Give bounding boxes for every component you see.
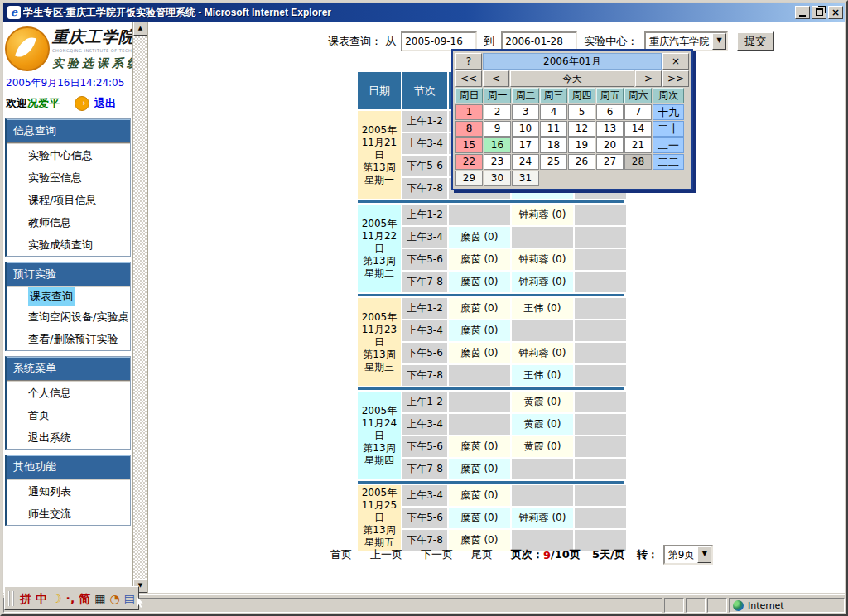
calendar-day[interactable]: 23: [484, 154, 511, 170]
page-next-link[interactable]: 下一页: [421, 547, 453, 562]
teacher-slot-cell[interactable]: 王伟 (0): [512, 365, 573, 386]
chevron-down-icon[interactable]: ▼: [712, 33, 726, 50]
teacher-slot-cell[interactable]: 糜茵 (0): [449, 343, 510, 363]
teacher-slot-cell[interactable]: 糜茵 (0): [449, 459, 510, 479]
calendar-day[interactable]: 26: [568, 154, 595, 170]
teacher-slot-cell[interactable]: 糜茵 (0): [449, 320, 510, 341]
ime-mode-chinese-icon[interactable]: 中: [36, 590, 47, 607]
weekday-header: 周五: [596, 88, 624, 103]
ime-brand-icon[interactable]: 拼: [20, 590, 31, 607]
calendar-day[interactable]: 12: [568, 121, 595, 137]
teacher-slot-cell[interactable]: 糜茵 (0): [449, 227, 510, 248]
sidebar-item[interactable]: 实验室信息: [7, 166, 130, 189]
ime-punctuation-icon[interactable]: ·,: [66, 590, 75, 607]
calendar-day[interactable]: 22: [455, 154, 483, 170]
page-jump-select[interactable]: 第9页 ▼: [663, 545, 714, 565]
sidebar-item[interactable]: 查询空闲设备/实验桌: [7, 306, 130, 328]
sidebar-item[interactable]: 课程/项目信息: [7, 189, 130, 211]
teacher-slot-cell[interactable]: 王伟 (0): [512, 298, 573, 319]
minimize-button[interactable]: [795, 6, 810, 19]
sidebar-item[interactable]: 实验成绩查询: [7, 233, 130, 256]
teacher-slot-cell[interactable]: 钟莉蓉 (0): [512, 272, 573, 292]
teacher-slot-cell[interactable]: 黄霞 (0): [512, 436, 573, 457]
teacher-slot-cell[interactable]: 糜茵 (0): [449, 436, 510, 457]
calendar-day[interactable]: 21: [624, 137, 652, 153]
week-number-label: 二十: [653, 121, 684, 137]
teacher-slot-cell[interactable]: 糜茵 (0): [449, 298, 510, 319]
prev-year-button[interactable]: <<: [455, 70, 482, 87]
teacher-slot-cell[interactable]: 黄霞 (0): [512, 392, 573, 412]
sidebar-scrollbar[interactable]: ▲ ▼: [132, 22, 147, 593]
calendar-day[interactable]: 29: [455, 171, 483, 186]
sidebar-item[interactable]: 实验中心信息: [7, 144, 130, 166]
calendar-day[interactable]: 20: [596, 137, 624, 153]
calendar-day[interactable]: 16: [484, 137, 511, 153]
calendar-day[interactable]: 9: [484, 121, 511, 137]
sidebar-item[interactable]: 通知列表: [7, 480, 130, 503]
teacher-slot-cell[interactable]: 糜茵 (0): [449, 508, 510, 528]
close-button[interactable]: ×: [828, 6, 843, 19]
teacher-slot-cell[interactable]: 钟莉蓉 (0): [512, 205, 573, 225]
calendar-day[interactable]: 30: [484, 171, 511, 186]
prev-month-button[interactable]: <: [483, 70, 509, 87]
ime-grip-handle[interactable]: [8, 591, 14, 606]
calendar-day[interactable]: 25: [540, 154, 567, 170]
sidebar-item[interactable]: 师生交流: [7, 503, 130, 525]
calendar-day[interactable]: 15: [455, 137, 483, 153]
calendar-day[interactable]: 10: [512, 121, 539, 137]
ime-pad-icon[interactable]: ▤: [124, 590, 135, 607]
calendar-day[interactable]: 11: [540, 121, 567, 137]
calendar-day[interactable]: 4: [540, 104, 567, 120]
calendar-day[interactable]: 24: [512, 154, 539, 170]
ime-simplified-icon[interactable]: 简: [79, 590, 90, 607]
teacher-slot-cell[interactable]: 钟莉蓉 (0): [512, 343, 573, 363]
calendar-day[interactable]: 7: [624, 104, 652, 120]
calendar-day[interactable]: 17: [512, 137, 539, 153]
ime-halfwidth-moon-icon[interactable]: ☽: [51, 590, 62, 607]
calendar-day[interactable]: 1: [455, 104, 483, 120]
calendar-day[interactable]: 31: [512, 171, 539, 186]
teacher-slot-cell[interactable]: 糜茵 (0): [449, 485, 510, 506]
sidebar-item[interactable]: 退出系统: [7, 426, 130, 449]
teacher-slot-cell[interactable]: 黄霞 (0): [512, 414, 573, 435]
calendar-day[interactable]: 6: [596, 104, 624, 120]
sidebar-item[interactable]: 个人信息: [7, 382, 130, 404]
submit-button[interactable]: 提交: [736, 31, 774, 51]
page-last-link[interactable]: 尾页: [471, 547, 493, 562]
sidebar-item[interactable]: 查看/删除预订实验: [7, 328, 130, 350]
calendar-day[interactable]: 2: [484, 104, 511, 120]
calendar-day[interactable]: 5: [568, 104, 595, 120]
teacher-slot-cell[interactable]: 钟莉蓉 (0): [512, 508, 573, 528]
teacher-slot-cell[interactable]: 钟莉蓉 (0): [512, 249, 573, 270]
ime-tool-icon[interactable]: ◔: [109, 590, 119, 607]
calendar-day[interactable]: 13: [596, 121, 624, 137]
sidebar-item[interactable]: 教师信息: [7, 211, 130, 233]
next-year-button[interactable]: >>: [662, 70, 689, 87]
calendar-close-button[interactable]: ×: [662, 53, 689, 70]
teacher-slot-cell[interactable]: 糜茵 (0): [449, 272, 510, 292]
sidebar-item[interactable]: 课表查询: [28, 287, 75, 306]
calendar-help-button[interactable]: ?: [455, 53, 482, 70]
calendar-day[interactable]: 27: [596, 154, 624, 170]
scroll-up-button[interactable]: ▲: [133, 22, 147, 36]
period-cell: 上午3-4: [402, 485, 447, 506]
calendar-day[interactable]: 19: [568, 137, 595, 153]
calendar-day[interactable]: 3: [512, 104, 539, 120]
chevron-down-icon[interactable]: ▼: [697, 546, 711, 563]
today-button[interactable]: 今天: [510, 70, 634, 87]
page-prev-link[interactable]: 上一页: [370, 547, 402, 562]
calendar-day[interactable]: 8: [455, 121, 483, 137]
page-first-link[interactable]: 首页: [330, 547, 352, 562]
teacher-slot-cell[interactable]: 糜茵 (0): [449, 249, 510, 270]
logout-link[interactable]: 退出: [94, 96, 116, 111]
sidebar-item[interactable]: 首页: [7, 404, 130, 426]
next-month-button[interactable]: >: [635, 70, 662, 87]
logout-arrow-icon[interactable]: →: [75, 96, 89, 111]
ime-keyboard-icon[interactable]: ▦: [94, 590, 105, 607]
calendar-day[interactable]: 14: [624, 121, 652, 137]
calendar-day[interactable]: 18: [540, 137, 567, 153]
internet-globe-icon: [733, 600, 744, 611]
week-number-label: 二二: [653, 154, 684, 170]
restore-button[interactable]: [812, 6, 826, 19]
calendar-day[interactable]: 28: [624, 154, 652, 170]
